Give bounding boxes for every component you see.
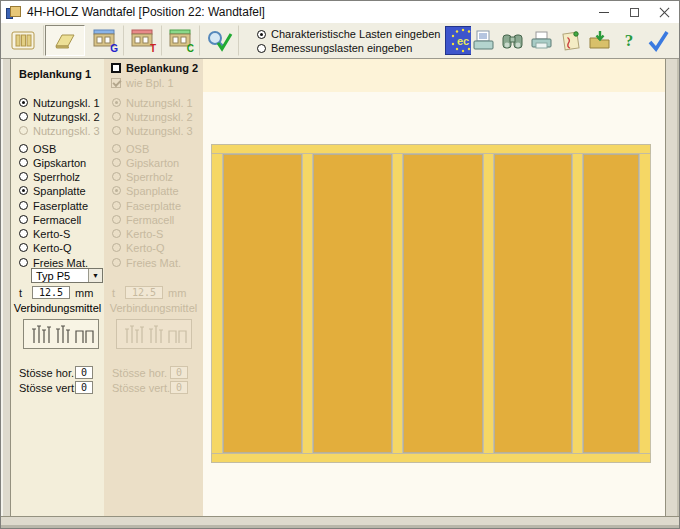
sheathing-panel: [494, 154, 572, 453]
radio-icon: [112, 243, 121, 252]
p1-thickness-input[interactable]: [32, 286, 70, 299]
sheathing-panel-button[interactable]: [45, 25, 85, 56]
radio-icon: [112, 126, 121, 135]
beplankung2-checkbox[interactable]: Beplankung 2: [111, 61, 198, 74]
radio-icon: [112, 144, 121, 153]
beplankung2-label: Beplankung 2: [126, 62, 198, 74]
toolbar-right-group: ?: [471, 26, 671, 55]
chevron-down-icon[interactable]: ▼: [88, 269, 102, 282]
stud: [392, 154, 403, 453]
wall-frame-button[interactable]: [3, 25, 44, 56]
design-loads-radio[interactable]: Bemessungslasten eingeben: [257, 41, 440, 55]
nails-staples-icon: [28, 323, 94, 345]
p1-kerto-q-radio[interactable]: Kerto-Q: [19, 241, 72, 254]
radio-icon: [257, 44, 266, 53]
printer-icon: [530, 29, 554, 53]
stud: [572, 154, 583, 453]
save-to-folder-button[interactable]: [587, 26, 613, 55]
checkbox-icon: [111, 63, 121, 73]
radio-icon: [112, 172, 121, 181]
checkbox-icon: [111, 78, 121, 88]
p1-spanplatte-radio[interactable]: Spanplatte: [19, 184, 86, 197]
p2-stoesse-vert-row: Stösse vert.: [112, 381, 170, 394]
radio-icon: [19, 98, 28, 107]
char-loads-radio[interactable]: Charakteristische Lasten eingeben: [257, 27, 440, 41]
wie-bpl1-checkbox: wie Bpl. 1: [111, 76, 174, 89]
p1-verbindungsmittel-label: Verbindungsmittel: [11, 302, 104, 314]
sheathing-panel: [583, 154, 639, 453]
window-border-left: [1, 59, 11, 516]
notes-button[interactable]: [558, 26, 584, 55]
p2-t-unit: mm: [168, 287, 186, 299]
radio-icon: [112, 215, 121, 224]
p1-faserplatte-radio[interactable]: Faserplatte: [19, 199, 88, 212]
p1-stoesse-vert-input[interactable]: [75, 381, 93, 394]
drawing-area: [203, 59, 665, 516]
radio-icon: [257, 30, 266, 39]
close-button[interactable]: [649, 1, 679, 23]
wall-g-icon: G: [92, 28, 119, 53]
radio-icon: [19, 172, 28, 181]
maximize-button[interactable]: [619, 1, 649, 23]
radio-icon: [19, 144, 28, 153]
beplankung1-panel: Beplankung 1 Nutzungskl. 1 Nutzungskl. 2…: [11, 59, 104, 516]
maximize-icon: [630, 8, 639, 17]
p2-fastener-button: [116, 319, 192, 349]
p1-nutzungskl2-radio[interactable]: Nutzungskl. 2: [19, 110, 100, 123]
p1-kerto-s-radio[interactable]: Kerto-S: [19, 227, 70, 240]
p1-gipskarton-radio[interactable]: Gipskarton: [19, 156, 86, 169]
p2-nutzungskl1-radio: Nutzungskl. 1: [112, 96, 193, 109]
radio-icon: [19, 126, 28, 135]
wall-panel-drawing: [211, 144, 651, 463]
window-border-right: [665, 59, 679, 516]
confirm-button[interactable]: [645, 26, 671, 55]
p1-sperrholz-radio[interactable]: Sperrholz: [19, 170, 80, 183]
p1-stoesse-hor-input[interactable]: [75, 366, 93, 379]
p2-stoesse-hor-row: Stösse hor.: [112, 366, 167, 379]
svg-text:T: T: [150, 43, 156, 53]
radio-icon: [19, 215, 28, 224]
minimize-icon: [599, 12, 609, 13]
search-button[interactable]: [500, 26, 526, 55]
p1-nutzungskl1-radio[interactable]: Nutzungskl. 1: [19, 96, 100, 109]
toolbar: G T C: [1, 23, 679, 59]
p1-type-select[interactable]: Typ P5 ▼: [31, 268, 103, 283]
wie-bpl1-label: wie Bpl. 1: [126, 77, 174, 89]
stud: [639, 154, 651, 453]
minimize-button[interactable]: [589, 1, 619, 23]
p1-fermacell-radio[interactable]: Fermacell: [19, 213, 81, 226]
p1-fastener-button[interactable]: [23, 319, 99, 349]
sheathing-panel-icon: [51, 30, 79, 52]
window-border-bottom: [1, 516, 679, 528]
wall-frame-icon: [10, 30, 38, 52]
help-question-icon: ?: [625, 31, 634, 51]
top-plate: [211, 144, 651, 154]
print-preview-icon: [472, 29, 496, 53]
print-preview-button[interactable]: [471, 26, 497, 55]
p2-sperrholz-radio: Sperrholz: [112, 170, 173, 183]
p1-thickness-row: t mm: [19, 286, 93, 299]
p1-osb-radio[interactable]: OSB: [19, 142, 56, 155]
radio-icon: [112, 98, 121, 107]
radio-icon: [112, 229, 121, 238]
print-button[interactable]: [529, 26, 555, 55]
p2-osb-radio: OSB: [112, 142, 149, 155]
p2-thickness-row: t mm: [112, 286, 186, 299]
p2-freies-mat-radio: Freies Mat.: [112, 256, 181, 269]
p2-stoesse-hor-input: [170, 366, 188, 379]
help-button[interactable]: ?: [616, 26, 642, 55]
wall-t-button[interactable]: T: [125, 25, 162, 56]
pinned-note-icon: [559, 29, 583, 53]
sheathing-panel: [313, 154, 393, 453]
radio-icon: [112, 186, 121, 195]
stud: [211, 154, 223, 453]
check-view-button[interactable]: [201, 25, 239, 56]
app-window: 4H-HOLZ Wandtafel [Position 22: Wandtafe…: [0, 0, 680, 529]
radio-icon: [19, 158, 28, 167]
radio-icon: [19, 186, 28, 195]
wall-c-button[interactable]: C: [163, 25, 200, 56]
radio-icon: [19, 258, 28, 267]
p2-kerto-s-radio: Kerto-S: [112, 227, 163, 240]
folder-import-icon: [588, 29, 612, 53]
wall-g-button[interactable]: G: [87, 25, 124, 56]
